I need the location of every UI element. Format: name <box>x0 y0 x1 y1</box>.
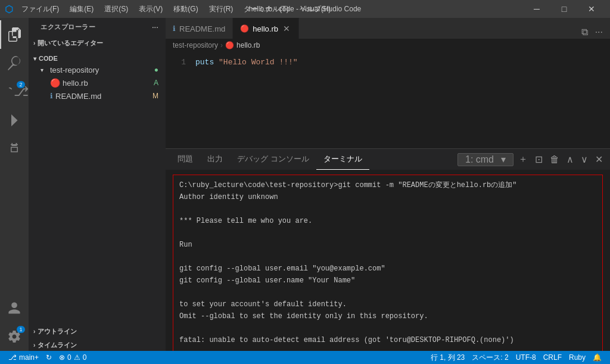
close-panel-icon[interactable]: ✕ <box>593 153 605 166</box>
status-errors[interactable]: ⊗ 0 ⚠ 0 <box>55 351 90 364</box>
breadcrumb-file[interactable]: 🔴 hello.rb <box>225 41 260 49</box>
menu-file[interactable]: ファイル(F) <box>17 0 64 18</box>
settings-badge: 1 <box>17 326 25 333</box>
tab-hello-rb[interactable]: 🔴 hello.rb ✕ <box>233 18 299 39</box>
code-content[interactable]: puts "Hello World !!!" <box>195 57 610 144</box>
split-editor-icon[interactable]: ⧉ <box>579 26 590 39</box>
open-editors-toggle[interactable]: › 開いているエディター <box>29 35 166 49</box>
code-section: ▾ CODE ▾ test-repository ● 🔴 hello.rb A … <box>29 50 166 104</box>
tab-debug-console[interactable]: デバッグ コンソール <box>230 149 316 170</box>
status-encoding[interactable]: UTF-8 <box>512 351 540 364</box>
tab-output[interactable]: 出力 <box>200 149 230 170</box>
maximize-panel-icon[interactable]: ∧ <box>564 153 576 166</box>
sidebar-item-repo[interactable]: ▾ test-repository ● <box>29 63 166 76</box>
activity-extensions[interactable] <box>0 135 29 163</box>
warning-count: 0 <box>83 353 87 362</box>
sidebar: エクスプローラー ··· › 開いているエディター ▾ CODE ▾ test-… <box>29 18 166 351</box>
branch-icon: ⎇ <box>8 353 17 362</box>
explorer-more-icon[interactable]: ··· <box>152 24 158 31</box>
breadcrumb-file-icon: 🔴 <box>225 41 234 49</box>
encoding-label: UTF-8 <box>516 353 536 362</box>
terminal-dropdown-label: 1: cmd <box>463 153 496 166</box>
activity-bar-bottom: 1 <box>0 294 29 351</box>
minimize-button[interactable]: ─ <box>523 0 550 18</box>
breadcrumb: test-repository › 🔴 hello.rb <box>166 39 610 52</box>
terminal-line-12: Omit --global to set the identity only i… <box>179 311 596 322</box>
menu-select[interactable]: 選択(S) <box>99 0 133 18</box>
terminal-line-6: Run <box>179 239 596 250</box>
terminal-line-14: fatal: unable to auto-detect email addre… <box>179 335 596 346</box>
activity-bar: ⎇ 2 1 <box>0 18 29 351</box>
window-title: hello.rb - code - Visual Studio Code <box>249 5 362 13</box>
status-sync[interactable]: ↻ <box>42 351 55 364</box>
open-editors-section: › 開いているエディター <box>29 34 166 50</box>
line-numbers: 1 <box>166 57 195 144</box>
status-bar: ⎇ main+ ↻ ⊗ 0 ⚠ 0 行 1, 列 23 スペース: 2 UTF-… <box>0 351 610 364</box>
window-controls: ─ □ ✕ <box>523 0 605 18</box>
status-branch[interactable]: ⎇ main+ <box>5 351 42 364</box>
error-count: 0 <box>67 353 71 362</box>
terminal-content[interactable]: C:\ruby_lecture\code\test-repository>git… <box>166 170 610 351</box>
terminal-line-1: C:\ruby_lecture\code\test-repository>git… <box>179 180 596 191</box>
activity-account[interactable] <box>0 294 29 322</box>
hello-rb-tab-label: hello.rb <box>253 24 278 33</box>
sidebar-header: エクスプローラー ··· <box>29 18 166 34</box>
sidebar-item-readme-md[interactable]: ℹ README.md M <box>29 89 166 102</box>
tab-problems[interactable]: 問題 <box>170 149 200 170</box>
open-editors-arrow-icon: › <box>33 40 35 46</box>
status-spaces[interactable]: スペース: 2 <box>468 351 512 364</box>
tab-terminal[interactable]: ターミナル <box>316 149 369 170</box>
activity-explorer[interactable] <box>0 20 29 49</box>
position-label: 行 1, 列 23 <box>431 353 465 363</box>
spaces-label: スペース: 2 <box>472 353 508 363</box>
breadcrumb-folder[interactable]: test-repository <box>173 41 218 49</box>
source-control-badge: 2 <box>17 81 25 88</box>
sidebar-bottom: › アウトライン › タイムライン <box>29 323 166 351</box>
menu-edit[interactable]: 編集(E) <box>65 0 98 18</box>
breadcrumb-separator: › <box>220 41 223 49</box>
activity-search[interactable] <box>0 49 29 77</box>
tab-close-icon[interactable]: ✕ <box>282 23 291 34</box>
timeline-toggle[interactable]: › タイムライン <box>29 337 166 351</box>
language-label: Ruby <box>569 353 586 362</box>
repo-label: test-repository <box>50 66 154 74</box>
add-terminal-icon[interactable]: ＋ <box>516 152 530 167</box>
vscode-logo-icon: ⬡ <box>5 4 13 15</box>
repo-badge: ● <box>154 66 158 74</box>
dropdown-chevron-icon: ▾ <box>499 153 508 166</box>
repo-arrow-icon: ▾ <box>41 67 49 73</box>
terminal-dropdown[interactable]: 1: cmd ▾ <box>458 153 513 166</box>
activity-run[interactable] <box>0 106 29 135</box>
activity-settings[interactable]: 1 <box>0 322 29 351</box>
terminal-line-5 <box>179 228 596 238</box>
close-button[interactable]: ✕ <box>578 0 605 18</box>
readme-label: README.md <box>55 92 152 101</box>
explorer-title: エクスプローラー <box>41 23 95 32</box>
menu-view[interactable]: 表示(V) <box>134 0 167 18</box>
panel-tabs: 問題 出力 デバッグ コンソール ターミナル 1: cmd ▾ ＋ <box>166 149 610 170</box>
activity-source-control[interactable]: ⎇ 2 <box>0 77 29 106</box>
code-section-toggle[interactable]: ▾ CODE <box>29 51 166 63</box>
terminal-line-13 <box>179 323 596 334</box>
status-position[interactable]: 行 1, 列 23 <box>427 351 468 364</box>
outline-toggle[interactable]: › アウトライン <box>29 323 166 337</box>
status-line-ending[interactable]: CRLF <box>540 351 565 364</box>
minimize-panel-icon[interactable]: ∨ <box>578 153 590 166</box>
split-terminal-icon[interactable]: ⊡ <box>533 153 545 166</box>
terminal-label: ターミナル <box>323 154 362 164</box>
branch-label: main+ <box>19 353 39 362</box>
status-language[interactable]: Ruby <box>565 351 589 364</box>
more-actions-icon[interactable]: ··· <box>593 26 605 39</box>
menu-go[interactable]: 移動(G) <box>169 0 203 18</box>
terminal-line-4: *** Please tell me who you are. <box>179 216 596 226</box>
terminal-line-8: git config --global user.email "you@exam… <box>179 263 596 274</box>
sidebar-item-hello-rb[interactable]: 🔴 hello.rb A <box>29 76 166 89</box>
readme-tab-label: README.md <box>179 24 225 33</box>
tab-readme[interactable]: ℹ README.md <box>166 18 233 39</box>
terminal-line-7 <box>179 251 596 262</box>
menu-run[interactable]: 実行(R) <box>204 0 238 18</box>
code-section-label: CODE <box>39 55 58 62</box>
delete-terminal-icon[interactable]: 🗑 <box>547 153 562 166</box>
status-notifications[interactable]: 🔔 <box>589 351 605 364</box>
maximize-button[interactable]: □ <box>550 0 578 18</box>
